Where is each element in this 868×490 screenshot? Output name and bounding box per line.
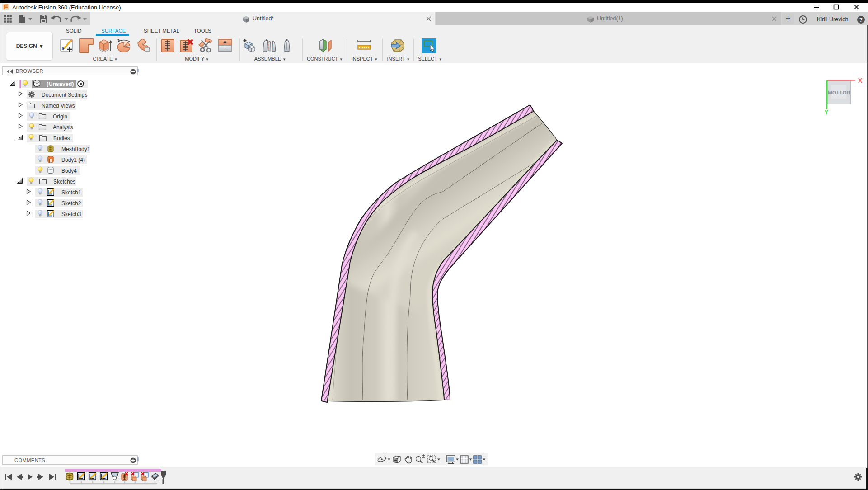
svg-text:Body1 (4): Body1 (4) — [61, 157, 85, 163]
svg-text:Document Settings: Document Settings — [42, 92, 87, 98]
svg-text:BOTTOM: BOTTOM — [828, 90, 850, 95]
svg-text:(Unsaved): (Unsaved) — [47, 81, 74, 87]
svg-text:Sketch2: Sketch2 — [61, 200, 81, 207]
svg-text:Bodies: Bodies — [53, 135, 70, 141]
svg-text:X: X — [858, 77, 863, 84]
svg-text:Sketch3: Sketch3 — [61, 211, 81, 217]
svg-text:MeshBody1: MeshBody1 — [61, 146, 90, 152]
svg-text:Body4: Body4 — [61, 168, 77, 174]
svg-text:Sketch1: Sketch1 — [61, 189, 81, 196]
svg-text:Y: Y — [824, 108, 829, 116]
svg-text:Sketches: Sketches — [53, 179, 75, 185]
svg-text:?: ? — [859, 17, 863, 23]
svg-text:Origin: Origin — [53, 113, 67, 120]
svg-text:Named Views: Named Views — [42, 103, 75, 109]
svg-text:Analysis: Analysis — [53, 124, 73, 131]
